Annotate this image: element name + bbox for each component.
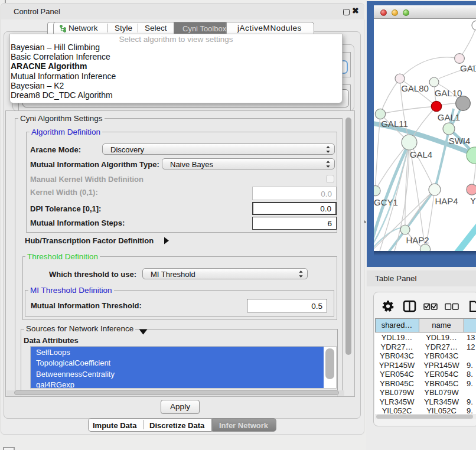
svg-text:GAL: GAL <box>460 63 476 73</box>
svg-text:GAL1: GAL1 <box>438 112 460 122</box>
svg-text:SWI4: SWI4 <box>449 136 471 146</box>
svg-text:GCY1: GCY1 <box>374 197 398 207</box>
svg-text:GAL11: GAL11 <box>381 119 408 129</box>
svg-text:HAP2: HAP2 <box>406 235 429 245</box>
svg-text:Y: Y <box>470 195 476 206</box>
svg-text:HAP4: HAP4 <box>435 196 458 206</box>
svg-text:GAL10: GAL10 <box>435 88 462 98</box>
svg-text:GAL80: GAL80 <box>401 83 429 93</box>
svg-text:GAL4: GAL4 <box>410 149 432 159</box>
